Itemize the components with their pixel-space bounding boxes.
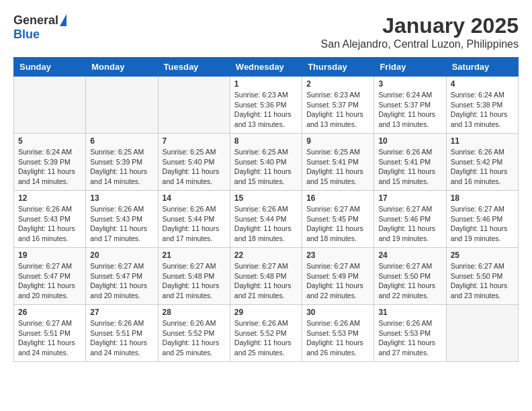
day-number: 7 <box>163 136 226 146</box>
day-number: 17 <box>378 193 441 203</box>
day-number: 19 <box>18 250 81 260</box>
calendar-cell: 24Sunrise: 6:27 AM Sunset: 5:50 PM Dayli… <box>374 248 446 305</box>
day-info: Sunrise: 6:26 AM Sunset: 5:52 PM Dayligh… <box>234 318 298 358</box>
week-row-4: 19Sunrise: 6:27 AM Sunset: 5:47 PM Dayli… <box>14 248 519 305</box>
calendar-cell: 9Sunrise: 6:25 AM Sunset: 5:41 PM Daylig… <box>302 134 374 191</box>
day-number: 8 <box>234 136 298 146</box>
calendar-cell: 8Sunrise: 6:25 AM Sunset: 5:40 PM Daylig… <box>230 134 302 191</box>
day-number: 9 <box>306 136 369 146</box>
calendar-cell: 20Sunrise: 6:27 AM Sunset: 5:47 PM Dayli… <box>86 248 158 305</box>
calendar-cell: 28Sunrise: 6:26 AM Sunset: 5:52 PM Dayli… <box>158 305 230 362</box>
day-number: 25 <box>451 250 514 260</box>
day-info: Sunrise: 6:25 AM Sunset: 5:40 PM Dayligh… <box>163 147 226 187</box>
calendar-cell: 11Sunrise: 6:26 AM Sunset: 5:42 PM Dayli… <box>446 134 518 191</box>
day-info: Sunrise: 6:27 AM Sunset: 5:51 PM Dayligh… <box>18 318 81 358</box>
day-header-thursday: Thursday <box>302 58 374 77</box>
day-header-friday: Friday <box>374 58 446 77</box>
day-number: 30 <box>306 308 369 317</box>
calendar-cell: 3Sunrise: 6:24 AM Sunset: 5:37 PM Daylig… <box>374 77 446 134</box>
calendar-cell: 29Sunrise: 6:26 AM Sunset: 5:52 PM Dayli… <box>230 305 302 362</box>
week-row-1: 1Sunrise: 6:23 AM Sunset: 5:36 PM Daylig… <box>14 77 519 134</box>
week-row-3: 12Sunrise: 6:26 AM Sunset: 5:43 PM Dayli… <box>14 191 519 248</box>
day-number: 20 <box>90 250 153 260</box>
day-info: Sunrise: 6:27 AM Sunset: 5:46 PM Dayligh… <box>451 204 514 244</box>
day-number: 31 <box>378 308 441 317</box>
calendar-table: SundayMondayTuesdayWednesdayThursdayFrid… <box>13 57 519 362</box>
calendar-cell: 22Sunrise: 6:27 AM Sunset: 5:48 PM Dayli… <box>230 248 302 305</box>
calendar-cell: 17Sunrise: 6:27 AM Sunset: 5:46 PM Dayli… <box>374 191 446 248</box>
day-info: Sunrise: 6:27 AM Sunset: 5:46 PM Dayligh… <box>378 204 441 244</box>
week-row-2: 5Sunrise: 6:24 AM Sunset: 5:39 PM Daylig… <box>14 134 519 191</box>
calendar-cell: 30Sunrise: 6:26 AM Sunset: 5:53 PM Dayli… <box>302 305 374 362</box>
day-info: Sunrise: 6:26 AM Sunset: 5:53 PM Dayligh… <box>306 318 369 358</box>
day-info: Sunrise: 6:27 AM Sunset: 5:50 PM Dayligh… <box>378 261 441 301</box>
day-number: 3 <box>378 79 441 89</box>
day-info: Sunrise: 6:23 AM Sunset: 5:36 PM Dayligh… <box>234 90 298 130</box>
day-info: Sunrise: 6:26 AM Sunset: 5:43 PM Dayligh… <box>90 204 153 244</box>
day-number: 28 <box>163 308 226 317</box>
day-info: Sunrise: 6:24 AM Sunset: 5:39 PM Dayligh… <box>18 147 81 187</box>
day-info: Sunrise: 6:25 AM Sunset: 5:40 PM Dayligh… <box>234 147 298 187</box>
page-header: General Blue January 2025 San Alejandro,… <box>13 13 519 50</box>
calendar-cell: 21Sunrise: 6:27 AM Sunset: 5:48 PM Dayli… <box>158 248 230 305</box>
day-info: Sunrise: 6:27 AM Sunset: 5:45 PM Dayligh… <box>306 204 369 244</box>
day-info: Sunrise: 6:27 AM Sunset: 5:49 PM Dayligh… <box>306 261 369 301</box>
day-number: 23 <box>306 250 369 260</box>
subtitle: San Alejandro, Central Luzon, Philippine… <box>321 38 519 50</box>
day-number: 12 <box>18 193 81 203</box>
calendar-cell <box>158 77 230 134</box>
logo: General Blue <box>13 13 66 42</box>
day-number: 13 <box>90 193 153 203</box>
calendar-cell: 26Sunrise: 6:27 AM Sunset: 5:51 PM Dayli… <box>14 305 86 362</box>
calendar-header-row: SundayMondayTuesdayWednesdayThursdayFrid… <box>14 58 519 77</box>
calendar-cell: 10Sunrise: 6:26 AM Sunset: 5:41 PM Dayli… <box>374 134 446 191</box>
day-number: 18 <box>451 193 514 203</box>
day-info: Sunrise: 6:26 AM Sunset: 5:43 PM Dayligh… <box>18 204 81 244</box>
calendar-cell: 1Sunrise: 6:23 AM Sunset: 5:36 PM Daylig… <box>230 77 302 134</box>
calendar-cell: 14Sunrise: 6:26 AM Sunset: 5:44 PM Dayli… <box>158 191 230 248</box>
day-header-wednesday: Wednesday <box>230 58 302 77</box>
calendar-cell: 13Sunrise: 6:26 AM Sunset: 5:43 PM Dayli… <box>86 191 158 248</box>
day-number: 15 <box>234 193 298 203</box>
logo-triangle-icon <box>60 14 66 26</box>
logo-blue: Blue <box>13 28 40 42</box>
day-number: 14 <box>163 193 226 203</box>
calendar-cell: 27Sunrise: 6:26 AM Sunset: 5:51 PM Dayli… <box>86 305 158 362</box>
day-info: Sunrise: 6:27 AM Sunset: 5:47 PM Dayligh… <box>18 261 81 301</box>
day-info: Sunrise: 6:27 AM Sunset: 5:48 PM Dayligh… <box>163 261 226 301</box>
calendar-cell: 25Sunrise: 6:27 AM Sunset: 5:50 PM Dayli… <box>446 248 518 305</box>
calendar-cell: 4Sunrise: 6:24 AM Sunset: 5:38 PM Daylig… <box>446 77 518 134</box>
calendar-cell: 12Sunrise: 6:26 AM Sunset: 5:43 PM Dayli… <box>14 191 86 248</box>
day-info: Sunrise: 6:24 AM Sunset: 5:38 PM Dayligh… <box>451 90 514 130</box>
calendar-cell: 31Sunrise: 6:26 AM Sunset: 5:53 PM Dayli… <box>374 305 446 362</box>
calendar-cell: 6Sunrise: 6:25 AM Sunset: 5:39 PM Daylig… <box>86 134 158 191</box>
day-info: Sunrise: 6:27 AM Sunset: 5:50 PM Dayligh… <box>451 261 514 301</box>
day-header-sunday: Sunday <box>14 58 86 77</box>
day-info: Sunrise: 6:27 AM Sunset: 5:48 PM Dayligh… <box>234 261 298 301</box>
main-title: January 2025 <box>321 13 519 38</box>
calendar-cell: 23Sunrise: 6:27 AM Sunset: 5:49 PM Dayli… <box>302 248 374 305</box>
day-number: 5 <box>18 136 81 146</box>
day-number: 21 <box>163 250 226 260</box>
day-info: Sunrise: 6:25 AM Sunset: 5:39 PM Dayligh… <box>90 147 153 187</box>
calendar-cell: 16Sunrise: 6:27 AM Sunset: 5:45 PM Dayli… <box>302 191 374 248</box>
day-info: Sunrise: 6:26 AM Sunset: 5:44 PM Dayligh… <box>234 204 298 244</box>
day-number: 6 <box>90 136 153 146</box>
calendar-cell: 19Sunrise: 6:27 AM Sunset: 5:47 PM Dayli… <box>14 248 86 305</box>
day-number: 4 <box>451 79 514 89</box>
day-number: 10 <box>378 136 441 146</box>
day-info: Sunrise: 6:27 AM Sunset: 5:47 PM Dayligh… <box>90 261 153 301</box>
title-section: January 2025 San Alejandro, Central Luzo… <box>321 13 519 50</box>
day-header-monday: Monday <box>86 58 158 77</box>
day-number: 22 <box>234 250 298 260</box>
calendar-cell <box>446 305 518 362</box>
logo-general: General <box>13 13 58 28</box>
day-number: 2 <box>306 79 369 89</box>
day-info: Sunrise: 6:24 AM Sunset: 5:37 PM Dayligh… <box>378 90 441 130</box>
day-info: Sunrise: 6:26 AM Sunset: 5:52 PM Dayligh… <box>163 318 226 358</box>
day-header-saturday: Saturday <box>446 58 518 77</box>
day-number: 27 <box>90 308 153 317</box>
day-number: 29 <box>234 308 298 317</box>
day-number: 11 <box>451 136 514 146</box>
calendar-cell: 5Sunrise: 6:24 AM Sunset: 5:39 PM Daylig… <box>14 134 86 191</box>
